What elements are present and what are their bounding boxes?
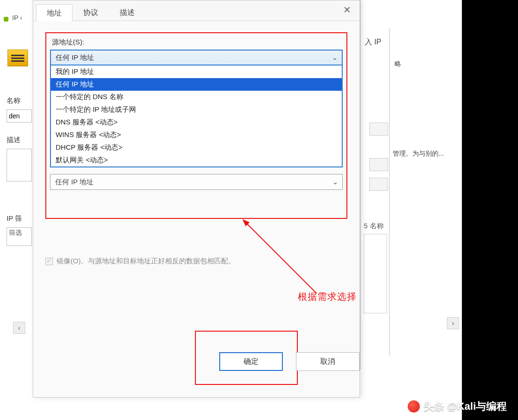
dialog-button-row: 确定 取消 [219,352,360,371]
close-icon: ✕ [343,4,351,15]
bg-button-stub-2 [369,158,388,171]
stub-policy: 略 [395,60,401,68]
close-button[interactable]: ✕ [334,0,360,19]
status-dot-icon [4,17,8,22]
name-input[interactable] [7,109,32,123]
label-ipfilter: IP 筛 [7,214,22,223]
destination-address-combo[interactable]: 任何 IP 地址 ⌄ [50,174,343,190]
bg-button-stub-3 [369,178,388,191]
desc-input[interactable] [7,149,32,181]
dropdown-option[interactable]: 一个特定的 IP 地址或子网 [51,103,342,116]
ipfilter-list[interactable]: 筛选 [7,227,32,246]
dropdown-option[interactable]: DNS 服务器 <动态> [51,116,342,129]
ip-filter-properties-dialog: 地址 协议 描述 ✕ 源地址(S): 任何 IP 地址 ⌄ 我的 IP 地址 任… [33,0,360,398]
tab-protocol[interactable]: 协议 [72,4,109,21]
stub-name: 5 名称 [364,222,384,231]
bg-list-stub [364,234,387,313]
label-name: 名称 [7,96,21,105]
ok-button[interactable]: 确定 [219,352,283,371]
filter-list-icon [7,50,28,66]
scroll-left-icon[interactable]: ‹ [13,322,25,334]
stub-ip: 入 IP [365,37,381,47]
source-address-combo[interactable]: 任何 IP 地址 ⌄ [50,50,343,65]
cancel-button[interactable]: 取消 [296,352,360,371]
dropdown-option[interactable]: 一个特定的 DNS 名称 [51,91,342,103]
source-address-dropdown: 我的 IP 地址 任何 IP 地址 一个特定的 DNS 名称 一个特定的 IP … [50,65,343,167]
bg-button-stub-1 [369,123,388,136]
dropdown-option[interactable]: 我的 IP 地址 [51,65,342,78]
toutiao-logo-icon [408,400,420,413]
background-window-right: 入 IP 略 管理。为与别的... 5 名称 › [360,0,462,369]
chevron-down-icon: ⌄ [332,178,338,186]
annotation-text: 根据需求选择 [298,290,357,303]
tab-description[interactable]: 描述 [109,4,145,21]
destination-address-value: 任何 IP 地址 [55,178,94,187]
chevron-down-icon: ⌄ [332,53,338,62]
checkbox-icon[interactable] [45,258,53,265]
svg-line-0 [246,223,317,293]
tab-address[interactable]: 地址 [36,4,72,21]
scroll-right-icon[interactable]: › [447,317,459,329]
mirror-label: 镜像(O)。与源地址和目标地址正好相反的数据包相匹配。 [57,257,235,266]
watermark: 头条 @Kali与编程 [408,399,507,413]
dropdown-option[interactable]: WINS 服务器 <动态> [51,129,342,141]
dropdown-option[interactable]: DHCP 服务器 <动态> [51,141,342,154]
label-desc: 描述 [7,136,21,145]
source-address-value: 任何 IP 地址 [56,53,94,62]
tab-bar: 地址 协议 描述 [33,0,360,21]
watermark-text: 头条 @Kali与编程 [424,399,507,413]
left-tab-ip: IP ‹ [12,14,22,22]
dropdown-option-selected[interactable]: 任何 IP 地址 [51,78,342,91]
annotation-red-box-top: 源地址(S): 任何 IP 地址 ⌄ 我的 IP 地址 任何 IP 地址 一个特… [45,32,347,219]
mirror-checkbox-row[interactable]: 镜像(O)。与源地址和目标地址正好相反的数据包相匹配。 [45,257,235,266]
source-address-label: 源地址(S): [52,38,343,47]
stub-mgmt: 管理。为与别的... [393,150,444,158]
dropdown-option[interactable]: 默认网关 <动态> [51,154,342,167]
